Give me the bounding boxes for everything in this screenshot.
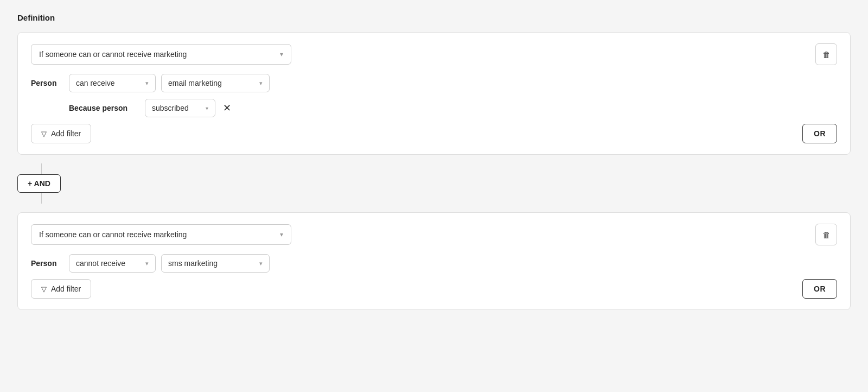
condition-type-dropdown-1[interactable]: If someone can or cannot receive marketi… — [31, 44, 291, 65]
condition-type-dropdown-2[interactable]: If someone can or cannot receive marketi… — [31, 224, 291, 245]
marketing-chevron-1: ▾ — [259, 80, 263, 87]
condition-type-value-1: If someone can or cannot receive marketi… — [39, 50, 187, 59]
add-filter-label-2: Add filter — [51, 284, 81, 293]
subscribed-chevron-1: ▾ — [206, 105, 208, 111]
receive-chevron-2: ▾ — [145, 260, 149, 267]
add-filter-button-1[interactable]: ▽ Add filter — [31, 124, 91, 143]
funnel-icon-1: ▽ — [41, 130, 47, 138]
condition-type-value-2: If someone can or cannot receive marketi… — [39, 230, 187, 239]
delete-block-2-button[interactable]: 🗑 — [815, 224, 837, 245]
marketing-value-2: sms marketing — [168, 259, 218, 268]
definition-title: Definition — [17, 13, 851, 22]
receive-dropdown-2[interactable]: cannot receive ▾ — [69, 254, 156, 273]
condition-block-2: If someone can or cannot receive marketi… — [17, 212, 851, 310]
marketing-value-1: email marketing — [168, 79, 222, 87]
and-button[interactable]: + AND — [17, 174, 61, 193]
person-label-1: Person — [31, 79, 63, 87]
condition-type-chevron-2: ▾ — [280, 231, 283, 238]
delete-block-1-button[interactable]: 🗑 — [815, 43, 837, 65]
and-section: + AND — [17, 155, 851, 212]
receive-chevron-1: ▾ — [145, 80, 149, 87]
receive-dropdown-1[interactable]: can receive ▾ — [69, 74, 156, 92]
or-button-2[interactable]: OR — [802, 279, 837, 299]
add-filter-button-2[interactable]: ▽ Add filter — [31, 279, 91, 299]
close-filter-button-1[interactable]: ✕ — [221, 102, 233, 114]
marketing-dropdown-1[interactable]: email marketing ▾ — [161, 74, 270, 92]
marketing-dropdown-2[interactable]: sms marketing ▾ — [161, 254, 270, 273]
subscribed-value-1: subscribed — [152, 104, 189, 112]
vertical-line-top — [41, 163, 42, 174]
condition-type-chevron-1: ▾ — [280, 50, 283, 58]
subscribed-dropdown-1[interactable]: subscribed ▾ — [145, 99, 215, 117]
or-button-1[interactable]: OR — [802, 124, 837, 143]
add-filter-label-1: Add filter — [51, 129, 81, 138]
receive-value-2: cannot receive — [76, 259, 125, 268]
receive-value-1: can receive — [76, 79, 115, 87]
trash-icon-2: 🗑 — [822, 230, 831, 239]
person-label-2: Person — [31, 259, 63, 268]
trash-icon-1: 🗑 — [822, 50, 831, 59]
because-label-1: Because person — [69, 104, 139, 112]
condition-block-1: If someone can or cannot receive marketi… — [17, 32, 851, 155]
marketing-chevron-2: ▾ — [259, 260, 263, 267]
funnel-icon-2: ▽ — [41, 285, 47, 293]
vertical-line-bottom — [41, 193, 42, 204]
